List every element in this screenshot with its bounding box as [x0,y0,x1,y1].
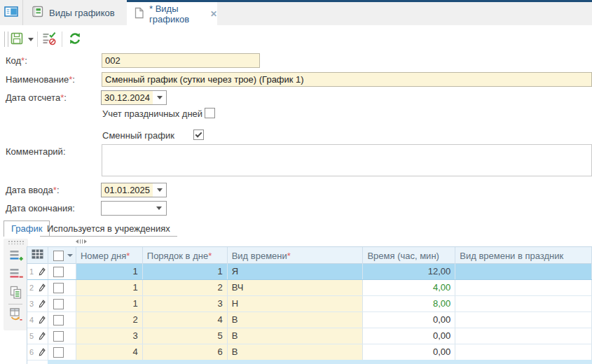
cell-holiday_type[interactable] [455,280,592,295]
row-select-checkbox[interactable] [53,267,64,277]
end-date-label: Дата окончания: [6,203,75,214]
row-select-checkbox[interactable] [53,315,64,326]
cell-holiday_type[interactable] [455,344,592,360]
select-all-header[interactable] [48,247,76,264]
cell-holiday_type[interactable] [455,296,592,312]
row-select-checkbox[interactable] [53,331,64,342]
row-select-checkbox[interactable] [53,299,64,309]
cell-day[interactable]: 4 [76,344,143,360]
cell-time_type[interactable]: ВЧ [228,280,364,295]
cell-time_type[interactable]: В [228,312,364,328]
cell-holiday_type[interactable] [455,264,592,279]
copy-rows-button[interactable] [8,286,24,302]
cell-time[interactable]: 8,00 [363,296,455,312]
grid-row[interactable]: 313Н8,00 [27,296,592,312]
new-row-strip [48,360,592,364]
grid-row[interactable]: 424В0,00 [27,312,592,328]
save-options-button[interactable] [26,31,36,47]
required-mark: * [287,248,291,264]
chevron-down-icon [157,188,163,192]
holidays-checkbox[interactable] [205,108,215,118]
delete-row-icon [9,267,23,283]
calendar-dropdown-button[interactable] [152,202,166,215]
column-header-holiday_type[interactable]: Вид времени в праздник [455,247,592,264]
shift-schedule-checkbox[interactable] [193,130,204,140]
grid-toolbar-grip[interactable] [8,240,25,244]
cell-order[interactable]: 1 [143,264,228,279]
cell-day[interactable]: 3 [76,328,143,344]
tab-home[interactable] [0,0,23,25]
refresh-button[interactable] [67,31,83,47]
code-input[interactable]: 002 [102,53,260,68]
grid-header-row: Номер дня *Порядок в дне *Вид времени *В… [27,247,592,264]
cell-order[interactable]: 6 [143,344,228,360]
comment-textarea[interactable] [102,144,592,176]
calendar-dropdown-button[interactable] [153,91,166,104]
cell-day[interactable]: 1 [76,280,143,295]
add-row-button[interactable] [8,248,24,265]
edit-pencil-icon [39,348,46,356]
grid-row[interactable]: 646В0,00 [27,344,592,360]
cell-order[interactable]: 2 [143,280,228,295]
grid-row[interactable]: 212ВЧ4,00 [27,280,592,296]
row-select-checkbox[interactable] [53,347,64,358]
edit-pencil-icon [39,300,46,308]
save-button[interactable] [9,31,25,47]
cell-holiday_type[interactable] [455,328,592,344]
cell-time[interactable]: 4,00 [363,280,455,295]
chevron-down-icon [157,96,163,99]
column-chooser-button[interactable] [27,247,48,264]
cell-time[interactable]: 0,00 [363,328,455,344]
splitter-bar [80,239,81,244]
cell-order[interactable]: 5 [143,328,228,344]
column-header-day[interactable]: Номер дня * [76,247,143,264]
required-mark: * [208,248,212,264]
cell-time_type[interactable]: Я [228,264,364,279]
cell-day[interactable]: 1 [76,264,143,279]
cell-holiday_type[interactable] [455,312,592,328]
row-indicator-cell: 3 [27,296,48,312]
select-all-checkbox[interactable] [53,251,64,261]
grid-row[interactable]: 535В0,00 [27,328,592,344]
cell-order[interactable]: 3 [143,296,228,312]
cell-time[interactable]: 0,00 [363,344,455,360]
cell-time_type[interactable]: В [228,328,364,344]
code-label: Код*: [6,55,27,66]
name-input[interactable]: Сменный график (сутки через трое) (Графи… [102,72,592,87]
splitter-right-arrow-icon [84,239,87,244]
cell-time_type[interactable]: В [228,344,364,360]
entry-date-picker[interactable]: 01.01.2025 [101,183,167,197]
calendar-dropdown-button[interactable] [153,183,166,197]
row-indicator-cell: 6 [27,344,48,360]
column-header-time[interactable]: Время (час, мин) [363,247,455,264]
validate-button[interactable] [41,31,57,47]
column-splitter-handle[interactable] [71,239,91,244]
cell-order[interactable]: 4 [143,312,228,328]
end-date-value [102,202,152,215]
cell-time_type[interactable]: Н [228,296,364,312]
subtab-used-in-institutions[interactable]: Используется в учреждениях [40,220,177,237]
toolbar-separator [62,31,62,47]
tab-vidy-grafikov-list[interactable]: Виды графиков [23,0,126,25]
toolbar-grip [4,31,8,47]
end-date-picker[interactable] [101,201,167,216]
row-select-checkbox[interactable] [53,283,64,293]
cell-day[interactable]: 2 [76,312,143,328]
grid-body: 111Я12,00212ВЧ4,00313Н8,00424В0,00535В0,… [27,264,592,360]
row-number: 5 [29,328,34,344]
grid-row[interactable]: 111Я12,00 [27,264,592,280]
column-header-order[interactable]: Порядок в дне * [143,247,228,264]
start-date-picker[interactable]: 30.12.2024 [101,90,167,105]
delete-row-button[interactable] [8,267,24,283]
row-number: 3 [29,296,34,312]
column-header-label: Порядок в дне [147,248,208,264]
tab-vidy-grafikov-editor[interactable]: * Виды графиков ✕ [127,0,217,26]
close-icon[interactable]: ✕ [210,9,217,19]
cell-time[interactable]: 12,00 [363,264,455,279]
cell-day[interactable]: 1 [76,296,143,312]
copy-from-button[interactable] [8,307,24,323]
column-header-label: Номер дня [81,248,126,264]
cell-time[interactable]: 0,00 [363,312,455,328]
column-header-time_type[interactable]: Вид времени * [228,247,364,264]
tab-label: Виды графиков [49,8,115,18]
